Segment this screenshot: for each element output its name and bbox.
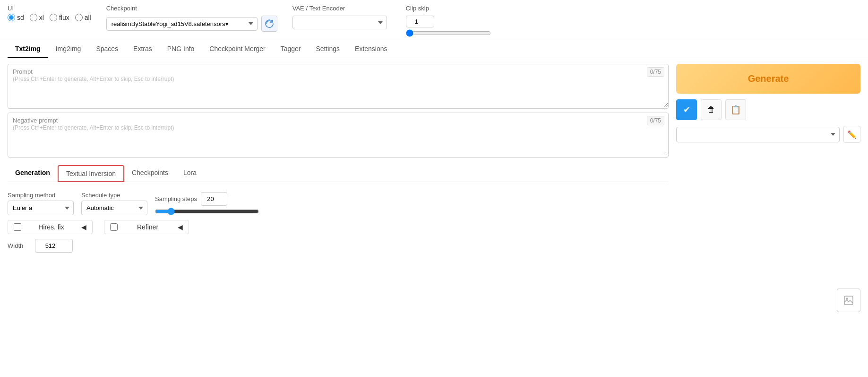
hires-fix-checkbox[interactable] bbox=[14, 223, 21, 231]
prompt-token-count: 0/75 bbox=[647, 67, 664, 77]
tab-img2img[interactable]: Img2img bbox=[48, 40, 89, 58]
radio-xl-label: xl bbox=[39, 14, 44, 21]
tab-extensions[interactable]: Extensions bbox=[347, 40, 395, 58]
checkpoint-section: Checkpoint realismByStableYogi_sd15V8.sa… bbox=[106, 5, 277, 32]
action-buttons: ✔ 🗑 📋 bbox=[676, 99, 860, 120]
radio-flux-label: flux bbox=[59, 14, 69, 21]
sub-tabs: Generation Textual Inversion Checkpoints… bbox=[8, 165, 669, 182]
tab-spaces[interactable]: Spaces bbox=[88, 40, 126, 58]
tab-checkpoint-merger[interactable]: Checkpoint Merger bbox=[202, 40, 273, 58]
content-area: 0/75 Prompt (Press Ctrl+Enter to generat… bbox=[0, 58, 868, 318]
right-panel: Generate ✔ 🗑 📋 ✏️ bbox=[676, 64, 860, 312]
style-row: ✏️ bbox=[676, 126, 860, 143]
radio-xl-input[interactable] bbox=[30, 14, 37, 21]
schedule-type-label: Schedule type bbox=[81, 192, 147, 199]
tab-png-info[interactable]: PNG Info bbox=[160, 40, 202, 58]
width-label: Width bbox=[8, 242, 31, 249]
radio-all-input[interactable] bbox=[75, 14, 83, 21]
trash-icon: 🗑 bbox=[707, 105, 715, 114]
radio-sd-label: sd bbox=[17, 14, 24, 21]
width-input[interactable] bbox=[35, 239, 73, 253]
sampling-steps-label: Sampling steps bbox=[155, 195, 197, 202]
image-placeholder bbox=[837, 289, 860, 312]
controls-row: Sampling method Euler a Euler DPM++ 2M S… bbox=[8, 192, 669, 215]
vae-section: VAE / Text Encoder bbox=[292, 5, 387, 29]
ui-radio-group: sd xl flux all bbox=[8, 14, 91, 21]
image-area bbox=[676, 147, 860, 312]
radio-all-label: all bbox=[85, 14, 91, 21]
radio-sd[interactable]: sd bbox=[8, 14, 24, 21]
clip-skip-input[interactable] bbox=[406, 16, 434, 27]
clip-skip-section: Clip skip bbox=[406, 5, 491, 37]
generation-controls: Sampling method Euler a Euler DPM++ 2M S… bbox=[8, 186, 669, 258]
prompt-input[interactable] bbox=[8, 64, 668, 107]
svg-point-1 bbox=[846, 298, 848, 299]
sampling-steps-slider[interactable] bbox=[155, 208, 259, 215]
subtab-checkpoints[interactable]: Checkpoints bbox=[124, 165, 176, 182]
negative-prompt-container: 0/75 Negative prompt (Press Ctrl+Enter t… bbox=[8, 113, 669, 158]
checkpoint-row: realismByStableYogi_sd15V8.safetensors▾ bbox=[106, 16, 277, 32]
subtab-lora[interactable]: Lora bbox=[176, 165, 204, 182]
subtab-generation[interactable]: Generation bbox=[8, 165, 58, 182]
trash-action-button[interactable]: 🗑 bbox=[701, 99, 722, 120]
hires-fix-item[interactable]: Hires. fix ◀ bbox=[8, 220, 93, 234]
schedule-type-group: Schedule type Automatic bbox=[81, 192, 147, 215]
sampling-steps-group: Sampling steps bbox=[155, 192, 259, 215]
negative-prompt-input[interactable] bbox=[8, 113, 668, 156]
sampling-method-group: Sampling method Euler a Euler DPM++ 2M bbox=[8, 192, 74, 215]
checkpoint-refresh-button[interactable] bbox=[261, 16, 277, 32]
tab-extras[interactable]: Extras bbox=[126, 40, 160, 58]
tab-txt2img[interactable]: Txt2img bbox=[8, 40, 48, 58]
clipboard-action-button[interactable]: 📋 bbox=[725, 99, 746, 120]
prompt-container: 0/75 Prompt (Press Ctrl+Enter to generat… bbox=[8, 64, 669, 109]
sampling-steps-input[interactable] bbox=[201, 192, 227, 206]
subtab-textual-inversion[interactable]: Textual Inversion bbox=[58, 165, 124, 182]
hires-refiner-row: Hires. fix ◀ Refiner ◀ bbox=[8, 220, 669, 234]
vae-select[interactable] bbox=[292, 16, 387, 29]
clipboard-icon: 📋 bbox=[730, 105, 741, 115]
style-select[interactable] bbox=[676, 127, 840, 142]
main-tabs: Txt2img Img2img Spaces Extras PNG Info C… bbox=[0, 40, 868, 58]
width-row: Width bbox=[8, 239, 669, 253]
radio-flux-input[interactable] bbox=[50, 14, 57, 21]
ui-section: UI sd xl flux all bbox=[8, 5, 91, 21]
radio-xl[interactable]: xl bbox=[30, 14, 44, 21]
radio-flux[interactable]: flux bbox=[50, 14, 69, 21]
sampling-method-label: Sampling method bbox=[8, 192, 74, 199]
negative-prompt-token-count: 0/75 bbox=[647, 116, 664, 125]
radio-sd-input[interactable] bbox=[8, 14, 15, 21]
left-panel: 0/75 Prompt (Press Ctrl+Enter to generat… bbox=[8, 64, 669, 312]
generate-button[interactable]: Generate bbox=[676, 64, 860, 94]
sampling-steps-row: Sampling steps bbox=[155, 192, 259, 206]
refiner-label: Refiner bbox=[137, 223, 158, 231]
clip-skip-slider[interactable] bbox=[406, 29, 491, 37]
top-bar: UI sd xl flux all Checkpoint rea bbox=[0, 0, 868, 40]
style-edit-button[interactable]: ✏️ bbox=[843, 126, 860, 143]
checkpoint-label: Checkpoint bbox=[106, 5, 277, 12]
refiner-arrow[interactable]: ◀ bbox=[178, 223, 183, 231]
hires-fix-label: Hires. fix bbox=[38, 223, 64, 231]
pencil-icon: ✏️ bbox=[847, 130, 857, 139]
svg-rect-0 bbox=[844, 296, 853, 305]
image-icon bbox=[843, 295, 854, 306]
tab-settings[interactable]: Settings bbox=[308, 40, 347, 58]
refresh-icon bbox=[265, 19, 274, 28]
clip-skip-row bbox=[406, 16, 491, 27]
checkpoint-select[interactable]: realismByStableYogi_sd15V8.safetensors▾ bbox=[106, 17, 258, 31]
refiner-checkbox[interactable] bbox=[110, 223, 118, 231]
checkbox-action-button[interactable]: ✔ bbox=[676, 99, 697, 120]
schedule-type-select[interactable]: Automatic bbox=[81, 201, 147, 215]
vae-label: VAE / Text Encoder bbox=[292, 5, 387, 12]
hires-fix-arrow[interactable]: ◀ bbox=[81, 223, 86, 231]
ui-label: UI bbox=[8, 5, 91, 12]
clip-skip-label: Clip skip bbox=[406, 5, 491, 12]
refiner-item[interactable]: Refiner ◀ bbox=[104, 220, 189, 234]
tab-tagger[interactable]: Tagger bbox=[273, 40, 309, 58]
radio-all[interactable]: all bbox=[75, 14, 91, 21]
checkmark-icon: ✔ bbox=[683, 105, 690, 115]
sampling-method-select[interactable]: Euler a Euler DPM++ 2M bbox=[8, 201, 74, 215]
